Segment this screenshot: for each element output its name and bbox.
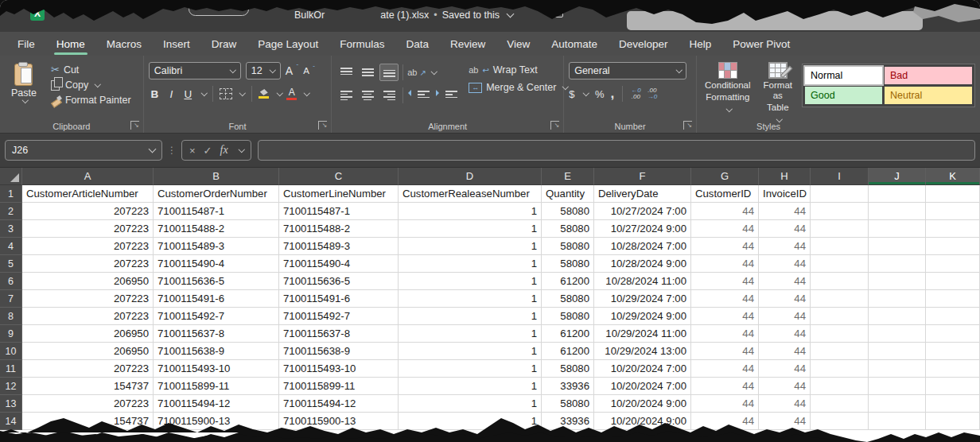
cell-K8[interactable]: [926, 308, 980, 325]
dialog-launcher-icon[interactable]: ↘: [130, 121, 139, 130]
column-header-d[interactable]: D: [399, 168, 542, 185]
row-header-9[interactable]: 9: [0, 325, 22, 343]
italic-button[interactable]: I: [165, 88, 177, 100]
cell-J8[interactable]: [869, 308, 926, 325]
cell-A14[interactable]: 154737: [22, 413, 154, 430]
cell-F9[interactable]: 10/29/2024 11:00: [594, 325, 691, 343]
cell-J7[interactable]: [869, 290, 926, 308]
column-header-g[interactable]: G: [691, 168, 759, 185]
cell-F4[interactable]: 10/28/2024 7:00: [594, 238, 691, 255]
chevron-down-icon[interactable]: [507, 10, 515, 18]
cell-F11[interactable]: 10/20/2024 7:00: [594, 360, 691, 378]
cell-C9[interactable]: 7100115637-8: [279, 325, 399, 343]
row-header-11[interactable]: 11: [0, 360, 22, 378]
tab-draw[interactable]: Draw: [212, 38, 237, 50]
tab-insert[interactable]: Insert: [163, 38, 190, 50]
cell-F12[interactable]: 10/20/2024 7:00: [594, 378, 691, 395]
cell-H9[interactable]: 44: [759, 325, 811, 343]
column-header-k[interactable]: K: [926, 168, 980, 185]
cell-E4[interactable]: 58080: [542, 238, 594, 255]
cell-E14[interactable]: 33936: [542, 413, 594, 430]
increase-decimal-button[interactable]: ←0.00: [631, 87, 640, 101]
cell-C13[interactable]: 7100115494-12: [279, 395, 399, 413]
style-neutral[interactable]: Neutral: [885, 87, 972, 104]
row-header-2[interactable]: 2: [0, 203, 22, 220]
cell-K9[interactable]: [926, 325, 980, 343]
cell-B2[interactable]: 7100115487-1: [154, 203, 279, 220]
cell-F8[interactable]: 10/29/2024 9:00: [594, 308, 691, 325]
bold-button[interactable]: B: [149, 88, 161, 100]
cell-A3[interactable]: 207223: [22, 220, 154, 238]
cell-C6[interactable]: 7100115636-5: [279, 273, 399, 290]
cell-E9[interactable]: 61200: [542, 325, 594, 343]
cell-B1[interactable]: CustomerOrderNumber: [154, 185, 279, 203]
cell-B8[interactable]: 7100115492-7: [154, 308, 279, 325]
cell-B5[interactable]: 7100115490-4: [154, 255, 279, 273]
cell-A2[interactable]: 207223: [22, 203, 154, 220]
row-header-7[interactable]: 7: [0, 290, 22, 308]
cell-F1[interactable]: DeliveryDate: [594, 185, 691, 203]
increase-font-size-button[interactable]: Aˆ: [286, 64, 298, 77]
cell-D4[interactable]: 1: [399, 238, 542, 255]
cell-K6[interactable]: [926, 273, 980, 290]
cell-J5[interactable]: [869, 255, 926, 273]
cell-D7[interactable]: 1: [399, 290, 542, 308]
align-left-button[interactable]: [336, 87, 356, 104]
font-size-select[interactable]: 12: [246, 62, 281, 79]
cell-J14[interactable]: [869, 413, 926, 430]
cell-I13[interactable]: [811, 395, 869, 413]
cell-A10[interactable]: 206950: [22, 343, 154, 360]
cell-G13[interactable]: 44: [691, 395, 759, 413]
cell-F5[interactable]: 10/28/2024 9:00: [594, 255, 691, 273]
cell-J9[interactable]: [869, 325, 926, 343]
top-align-button[interactable]: [336, 64, 356, 81]
align-center-button[interactable]: [358, 87, 377, 104]
cell-D3[interactable]: 1: [399, 220, 542, 238]
cell-I14[interactable]: [811, 413, 869, 430]
cell-I1[interactable]: [811, 185, 869, 203]
paste-button[interactable]: Paste: [5, 62, 43, 118]
cell-G7[interactable]: 44: [691, 290, 759, 308]
dialog-launcher-icon[interactable]: ↘: [550, 121, 559, 130]
cell-J6[interactable]: [869, 273, 926, 290]
cell-I9[interactable]: [811, 325, 869, 343]
autosave-pill[interactable]: [189, 2, 249, 16]
cell-K5[interactable]: [926, 255, 980, 273]
cell-D6[interactable]: 1: [399, 273, 542, 290]
cell-I7[interactable]: [811, 290, 869, 308]
cell-G6[interactable]: 44: [691, 273, 759, 290]
cell-K12[interactable]: [926, 378, 980, 395]
cell-K7[interactable]: [926, 290, 980, 308]
select-all-corner[interactable]: [0, 168, 22, 185]
cell-C2[interactable]: 7100115487-1: [279, 203, 399, 220]
cell-J1[interactable]: [869, 185, 926, 203]
formula-input[interactable]: [258, 140, 975, 161]
cell-B14[interactable]: 7100115900-13: [154, 413, 279, 430]
font-name-select[interactable]: Calibri: [149, 62, 241, 79]
cell-D8[interactable]: 1: [399, 308, 542, 325]
cell-E7[interactable]: 58080: [542, 290, 594, 308]
cell-D2[interactable]: 1: [399, 203, 542, 220]
increase-indent-button[interactable]: [435, 87, 461, 104]
orientation-icon[interactable]: ab: [407, 68, 417, 77]
column-header-b[interactable]: B: [154, 168, 279, 185]
align-right-button[interactable]: [379, 87, 399, 104]
decrease-font-size-button[interactable]: Aˇ: [303, 66, 315, 76]
tab-formulas[interactable]: Formulas: [340, 38, 384, 50]
dialog-launcher-icon[interactable]: ↘: [683, 121, 692, 130]
cell-D13[interactable]: 1: [399, 395, 542, 413]
cell-G4[interactable]: 44: [691, 238, 759, 255]
cell-K2[interactable]: [926, 203, 980, 220]
merge-center-button[interactable]: ↔ Merge & Center: [469, 82, 568, 93]
style-bad[interactable]: Bad: [885, 67, 972, 84]
bottom-align-button[interactable]: [379, 64, 399, 81]
cell-K10[interactable]: [926, 343, 980, 360]
chevron-down-icon[interactable]: [304, 90, 310, 96]
cell-F10[interactable]: 10/29/2024 13:00: [594, 343, 691, 360]
row-header-8[interactable]: 8: [0, 308, 22, 325]
copy-button[interactable]: Copy: [51, 79, 131, 91]
cell-A6[interactable]: 206950: [22, 273, 154, 290]
cell-I4[interactable]: [811, 238, 869, 255]
middle-align-button[interactable]: [358, 64, 377, 81]
chevron-down-icon[interactable]: [431, 68, 438, 75]
